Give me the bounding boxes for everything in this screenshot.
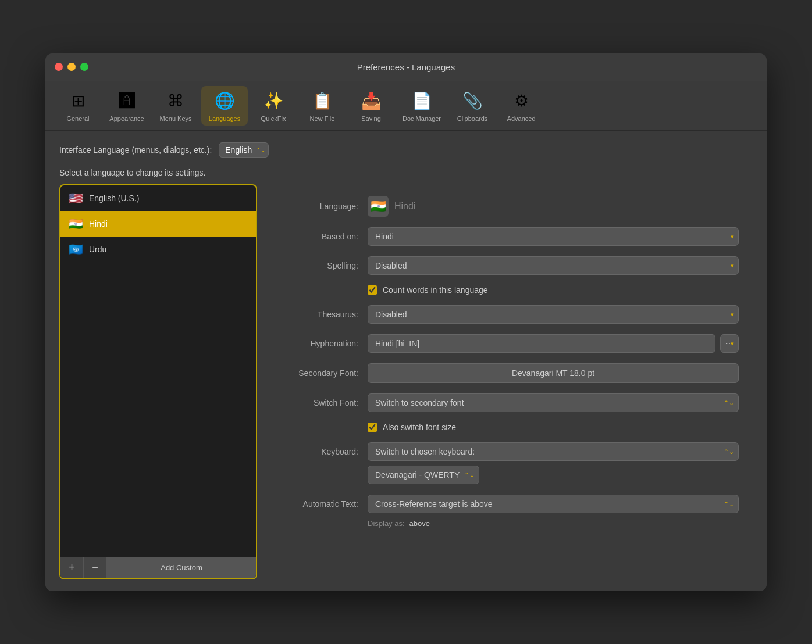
lang-item-urdu[interactable]: 🇺🇳 Urdu bbox=[60, 237, 256, 262]
interface-language-row: Interface Language (menus, dialogs, etc.… bbox=[59, 142, 753, 158]
language-flag: 🇮🇳 bbox=[371, 199, 386, 214]
window-title: Preferences - Languages bbox=[357, 62, 455, 72]
toolbar-label-general: General bbox=[66, 115, 89, 122]
toolbar-item-clipboards[interactable]: 📎 Clipboards bbox=[449, 86, 496, 126]
switch-font-dropdown[interactable]: Switch to secondary font bbox=[368, 393, 739, 412]
count-words-checkbox[interactable] bbox=[368, 285, 377, 295]
menu-keys-icon: ⌘ bbox=[164, 90, 187, 113]
spelling-dropdown[interactable]: Disabled bbox=[368, 256, 739, 275]
toolbar-label-new-file: New File bbox=[310, 115, 335, 122]
settings-panel: Language: 🇮🇳 Hindi Based on: Hi bbox=[257, 184, 753, 579]
content-area: Interface Language (menus, dialogs, etc.… bbox=[45, 131, 767, 591]
languages-icon: 🌐 bbox=[213, 90, 236, 113]
general-icon: ⊞ bbox=[66, 90, 90, 113]
based-on-value-wrap: Hindi ▾ bbox=[368, 227, 739, 246]
thesaurus-dropdown[interactable]: Disabled bbox=[368, 305, 739, 324]
toolbar-label-appearance: Appearance bbox=[109, 115, 144, 122]
count-words-row: Count words in this language bbox=[368, 285, 739, 295]
secondary-font-button[interactable]: Devanagari MT 18.0 pt bbox=[368, 363, 739, 383]
minimize-button[interactable] bbox=[67, 63, 76, 71]
language-flag-box: 🇮🇳 bbox=[368, 196, 389, 217]
keyboard-label: Keyboard: bbox=[271, 447, 358, 456]
language-list-items: 🇺🇸 English (U.S.) 🇮🇳 Hindi 🇺🇳 Urdu bbox=[60, 185, 256, 557]
settings-language-row: Language: 🇮🇳 Hindi bbox=[271, 196, 739, 217]
automatic-text-dropdown[interactable]: Cross-Reference target is above bbox=[368, 495, 739, 513]
thesaurus-value-wrap: Disabled ▾ bbox=[368, 305, 739, 324]
language-value: Hindi bbox=[394, 201, 415, 212]
count-words-label: Count words in this language bbox=[383, 285, 488, 295]
urdu-flag: 🇺🇳 bbox=[69, 242, 83, 256]
language-setting-label: Language: bbox=[271, 202, 358, 211]
also-switch-row: Also switch font size bbox=[368, 423, 739, 432]
display-as-row: Display as: above bbox=[368, 519, 739, 528]
close-button[interactable] bbox=[55, 63, 63, 71]
hyphenation-row: Hyphenation: Hindi [hi_IN] ▾ ··· bbox=[271, 334, 739, 353]
maximize-button[interactable] bbox=[80, 63, 88, 71]
toolbar-item-languages[interactable]: 🌐 Languages bbox=[201, 86, 248, 126]
automatic-text-row: Automatic Text: Cross-Reference target i… bbox=[271, 495, 739, 513]
toolbar-label-menu-keys: Menu Keys bbox=[159, 115, 191, 122]
keyboard-layout-dropdown-wrap: Devanagari - QWERTY ⌃⌄ bbox=[368, 466, 479, 484]
hindi-flag: 🇮🇳 bbox=[69, 217, 83, 231]
keyboard-dropdown[interactable]: Switch to chosen keyboard: bbox=[368, 442, 739, 461]
keyboard-value-wrap: Switch to chosen keyboard: ⌃⌄ bbox=[368, 442, 739, 461]
thesaurus-row: Thesaurus: Disabled ▾ bbox=[271, 305, 739, 324]
interface-language-dropdown[interactable]: English bbox=[219, 142, 269, 158]
english-name: English (U.S.) bbox=[89, 194, 139, 203]
saving-icon: 📥 bbox=[359, 90, 383, 113]
toolbar-label-quickfix: QuickFix bbox=[261, 115, 286, 122]
window-controls bbox=[55, 63, 88, 71]
spelling-label: Spelling: bbox=[271, 261, 358, 270]
add-custom-button[interactable]: Add Custom bbox=[107, 557, 256, 578]
preferences-window: Preferences - Languages ⊞ General 🅰 Appe… bbox=[45, 53, 767, 591]
new-file-icon: 📋 bbox=[311, 90, 334, 113]
keyboard-layout-dropdown[interactable]: Devanagari - QWERTY bbox=[368, 466, 479, 484]
hyphenation-dropdown-wrap: Hindi [hi_IN] ▾ ··· bbox=[368, 334, 739, 353]
titlebar: Preferences - Languages bbox=[45, 53, 767, 81]
doc-manager-icon: 📄 bbox=[410, 90, 433, 113]
add-language-button[interactable]: + bbox=[60, 557, 84, 578]
keyboard-row: Keyboard: Switch to chosen keyboard: ⌃⌄ bbox=[271, 442, 739, 461]
language-display: 🇮🇳 Hindi bbox=[368, 196, 415, 217]
english-flag: 🇺🇸 bbox=[69, 191, 83, 205]
automatic-text-value-wrap: Cross-Reference target is above ⌃⌄ bbox=[368, 495, 739, 513]
clipboards-icon: 📎 bbox=[461, 90, 484, 113]
toolbar-label-advanced: Advanced bbox=[507, 115, 536, 122]
interface-language-label: Interface Language (menus, dialogs, etc.… bbox=[59, 145, 212, 155]
hyphenation-value-wrap: Hindi [hi_IN] ▾ ··· bbox=[368, 334, 739, 353]
hyphenation-ellipsis-button[interactable]: ··· bbox=[720, 334, 739, 353]
based-on-row: Based on: Hindi ▾ bbox=[271, 227, 739, 246]
toolbar: ⊞ General 🅰 Appearance ⌘ Menu Keys 🌐 Lan… bbox=[45, 81, 767, 131]
based-on-dropdown[interactable]: Hindi bbox=[368, 227, 739, 246]
toolbar-label-languages: Languages bbox=[209, 115, 240, 122]
display-as-value: above bbox=[409, 519, 430, 528]
toolbar-item-doc-manager[interactable]: 📄 Doc Manager bbox=[397, 86, 447, 126]
automatic-text-label: Automatic Text: bbox=[271, 499, 358, 509]
spelling-dropdown-wrap: Disabled ▾ bbox=[368, 256, 739, 275]
hyphenation-label: Hyphenation: bbox=[271, 339, 358, 348]
toolbar-item-new-file[interactable]: 📋 New File bbox=[299, 86, 346, 126]
hindi-name: Hindi bbox=[89, 219, 108, 228]
also-switch-checkbox[interactable] bbox=[368, 423, 377, 432]
thesaurus-label: Thesaurus: bbox=[271, 310, 358, 319]
toolbar-item-quickfix[interactable]: ✨ QuickFix bbox=[250, 86, 297, 126]
toolbar-item-menu-keys[interactable]: ⌘ Menu Keys bbox=[152, 86, 199, 126]
toolbar-item-appearance[interactable]: 🅰 Appearance bbox=[104, 86, 150, 126]
quickfix-icon: ✨ bbox=[262, 90, 285, 113]
toolbar-label-doc-manager: Doc Manager bbox=[403, 115, 441, 122]
keyboard-dropdown-wrap: Switch to chosen keyboard: ⌃⌄ bbox=[368, 442, 739, 461]
toolbar-label-clipboards: Clipboards bbox=[457, 115, 488, 122]
hyphenation-dropdown[interactable]: Hindi [hi_IN] bbox=[368, 334, 715, 353]
language-list: 🇺🇸 English (U.S.) 🇮🇳 Hindi 🇺🇳 Urdu + − bbox=[59, 184, 257, 579]
also-switch-label: Also switch font size bbox=[383, 423, 456, 432]
toolbar-item-advanced[interactable]: ⚙ Advanced bbox=[498, 86, 544, 126]
select-instruction: Select a language to change its settings… bbox=[59, 168, 753, 177]
toolbar-item-general[interactable]: ⊞ General bbox=[55, 86, 101, 126]
secondary-font-row: Secondary Font: Devanagari MT 18.0 pt bbox=[271, 363, 739, 383]
toolbar-item-saving[interactable]: 📥 Saving bbox=[348, 86, 394, 126]
lang-item-hindi[interactable]: 🇮🇳 Hindi bbox=[60, 211, 256, 237]
keyboard-section: Keyboard: Switch to chosen keyboard: ⌃⌄ bbox=[271, 442, 739, 484]
spelling-value-wrap: Disabled ▾ bbox=[368, 256, 739, 275]
remove-language-button[interactable]: − bbox=[84, 557, 107, 578]
lang-item-english[interactable]: 🇺🇸 English (U.S.) bbox=[60, 185, 256, 211]
